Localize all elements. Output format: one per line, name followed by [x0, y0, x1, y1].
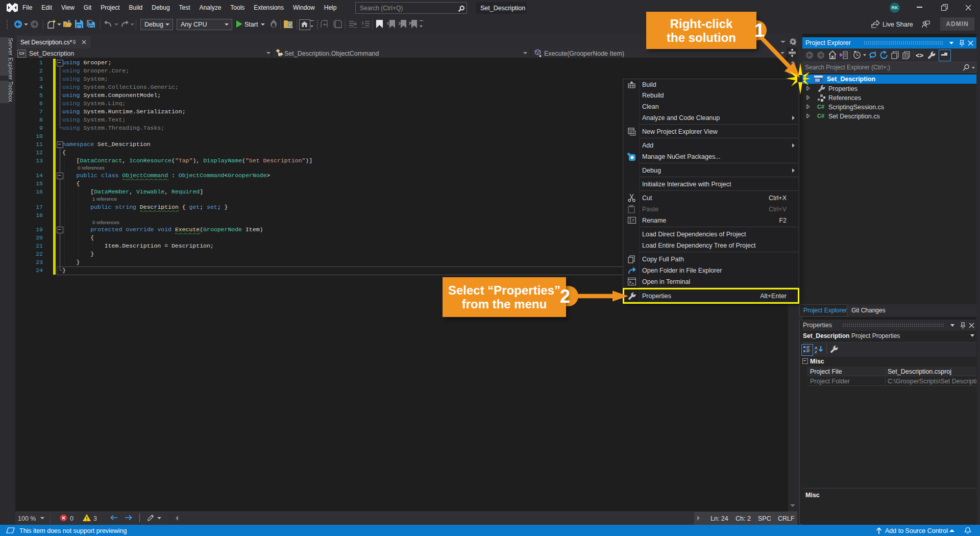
svg-text:Z: Z [815, 350, 817, 354]
